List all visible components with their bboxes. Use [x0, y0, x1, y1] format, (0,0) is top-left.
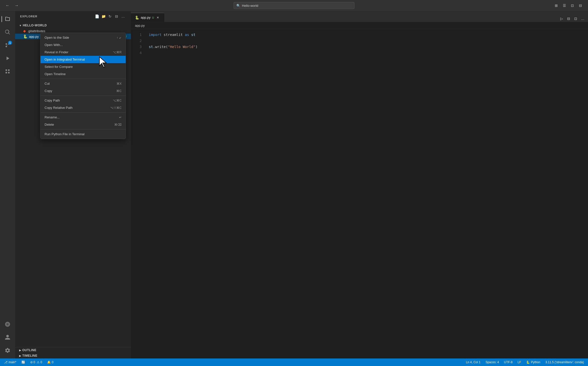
- status-cursor[interactable]: Ln 4, Col 1: [465, 360, 482, 364]
- titlebar-nav: ← →: [4, 2, 20, 9]
- activity-item-accounts[interactable]: [2, 331, 14, 343]
- status-python-version[interactable]: 3.11.5 ('streamlitenv': conda): [544, 360, 585, 364]
- code-line-4: [149, 50, 561, 56]
- copy-shortcut: ⌘C: [116, 89, 122, 93]
- status-branch[interactable]: ⎇ main*: [3, 360, 17, 364]
- toggle-panel-button[interactable]: ☰: [561, 2, 568, 9]
- context-menu-open-side[interactable]: Open to the Side ↑↙: [41, 34, 126, 41]
- code-line-1: import streamlit as st: [149, 32, 561, 38]
- cut-shortcut: ⌘X: [117, 82, 122, 85]
- encoding-text: UTF-8: [504, 360, 512, 364]
- status-notifications[interactable]: 🔔 0: [46, 360, 54, 364]
- explorer-title: EXPLORER: [20, 15, 38, 18]
- tab-close-button[interactable]: ✕: [156, 15, 160, 20]
- activity-item-search[interactable]: [2, 26, 14, 38]
- status-spaces[interactable]: Spaces: 4: [485, 360, 500, 364]
- toggle-secondary-sidebar-button[interactable]: ⊡: [569, 2, 576, 9]
- titlebar-search[interactable]: 🔍: [234, 2, 354, 9]
- context-menu-select-compare[interactable]: Select for Compare: [41, 63, 126, 70]
- status-encoding[interactable]: UTF-8: [503, 360, 513, 364]
- status-language[interactable]: 🐍 Python: [525, 360, 541, 364]
- folder-chevron: ▼: [19, 24, 22, 27]
- tab-app-py-filename: app.py: [141, 16, 151, 19]
- code-content[interactable]: import streamlit as st st .write( "Hello…: [145, 29, 565, 358]
- cursor-position: Ln 4, Col 1: [466, 360, 481, 364]
- open-timeline-label: Open Timeline: [45, 72, 66, 76]
- nav-forward-button[interactable]: →: [13, 2, 20, 9]
- context-menu-open-with[interactable]: Open With...: [41, 41, 126, 49]
- main-layout: 1: [0, 11, 588, 358]
- editor-scrollbar[interactable]: [585, 29, 588, 358]
- context-menu-copy[interactable]: Copy ⌘C: [41, 87, 126, 95]
- search-icon: [5, 29, 11, 35]
- outline-section-header[interactable]: ▶ OUTLINE: [15, 347, 131, 353]
- activity-bar: 1: [0, 11, 15, 358]
- code-token: ): [195, 44, 197, 50]
- open-side-label: Open to the Side: [45, 36, 69, 39]
- more-actions-button[interactable]: …: [120, 14, 126, 19]
- file-icon-app-py: 🐍: [23, 34, 27, 38]
- sync-icon: 🔄: [21, 360, 25, 364]
- branch-name: main*: [9, 360, 16, 364]
- status-left: ⎇ main* 🔄 ⊘ 0 ⚠ 0 🔔 0: [3, 360, 54, 364]
- timeline-section-header[interactable]: ▶ TIMELINE: [15, 353, 131, 358]
- activity-item-settings[interactable]: [2, 344, 14, 356]
- activity-item-source-control[interactable]: 1: [2, 39, 14, 51]
- breadcrumb-filename: app.py: [135, 24, 145, 27]
- minimap: [565, 29, 585, 358]
- copy-path-shortcut: ⌥⌘C: [113, 99, 122, 102]
- context-menu-copy-relative-path[interactable]: Copy Relative Path ⌥⇧⌘C: [41, 104, 126, 111]
- file-name-gitattributes: .gitattributes: [27, 29, 45, 33]
- problems-text: ⊘ 0 ⚠ 0: [30, 360, 42, 364]
- code-token: import: [149, 32, 162, 38]
- context-menu-copy-path[interactable]: Copy Path ⌥⌘C: [41, 97, 126, 104]
- code-token: "Hello World": [168, 44, 196, 50]
- more-editor-actions-button[interactable]: …: [579, 15, 586, 22]
- activity-item-explorer[interactable]: [2, 13, 14, 25]
- tab-app-py[interactable]: 🐍 app.py U ✕: [131, 13, 164, 22]
- context-menu-section-1: Open to the Side ↑↙ Open With... Reveal …: [41, 33, 126, 79]
- language-icon: 🐍: [526, 360, 530, 364]
- context-menu-cut[interactable]: Cut ⌘X: [41, 80, 126, 87]
- customize-layout-button[interactable]: ⊟: [577, 2, 584, 9]
- new-folder-button[interactable]: 📁: [101, 14, 106, 19]
- folder-header[interactable]: ▼ HELLO-WORLD: [15, 23, 131, 28]
- notifications-text: 🔔 0: [47, 360, 53, 364]
- code-token: st: [149, 44, 153, 50]
- split-editor-button[interactable]: ⊟: [565, 15, 572, 22]
- settings-icon: [5, 347, 11, 353]
- search-input[interactable]: [242, 4, 352, 8]
- run-button[interactable]: ▷: [558, 15, 565, 22]
- source-control-badge: 1: [8, 41, 12, 45]
- status-problems[interactable]: ⊘ 0 ⚠ 0: [29, 360, 43, 364]
- context-menu-delete[interactable]: Delete ⌘⌫: [41, 121, 126, 128]
- context-menu-section-5: Run Python File in Terminal: [41, 129, 126, 139]
- timeline-chevron: ▶: [19, 354, 21, 357]
- activity-item-run-debug[interactable]: [2, 52, 14, 64]
- titlebar: ← → 🔍 ⊞ ☰ ⊡ ⊟: [0, 0, 588, 11]
- nav-back-button[interactable]: ←: [4, 2, 11, 9]
- context-menu-reveal-finder[interactable]: Reveal in Finder ⌥⌘R: [41, 49, 126, 56]
- activity-item-remote[interactable]: [2, 318, 14, 330]
- code-editor[interactable]: 1 2 3 4 import streamlit as st st .write…: [131, 29, 588, 358]
- context-menu-run-python[interactable]: Run Python File in Terminal: [41, 130, 126, 138]
- context-menu-rename[interactable]: Rename... ↵: [41, 114, 126, 121]
- delete-shortcut: ⌘⌫: [114, 123, 122, 126]
- eol-text: LF: [518, 360, 521, 364]
- context-menu-open-terminal[interactable]: Open in Integrated Terminal: [41, 56, 126, 63]
- status-sync[interactable]: 🔄: [20, 360, 26, 364]
- code-token: st: [189, 32, 195, 38]
- activity-item-extensions[interactable]: [2, 65, 14, 77]
- toggle-primary-sidebar-button[interactable]: ⊞: [553, 2, 560, 9]
- context-menu-open-timeline[interactable]: Open Timeline: [41, 70, 126, 78]
- svg-point-2: [6, 46, 7, 47]
- toggle-editor-layout-button[interactable]: ⊡: [572, 15, 579, 22]
- new-file-button[interactable]: 📄: [94, 14, 100, 19]
- collapse-all-button[interactable]: ⊟: [114, 14, 119, 19]
- open-side-shortcut: ↑↙: [117, 36, 122, 39]
- copy-path-label: Copy Path: [45, 99, 60, 102]
- refresh-explorer-button[interactable]: ↻: [107, 14, 113, 19]
- status-eol[interactable]: LF: [517, 360, 522, 364]
- spaces-text: Spaces: 4: [486, 360, 499, 364]
- tab-app-py-icon: 🐍: [135, 16, 139, 20]
